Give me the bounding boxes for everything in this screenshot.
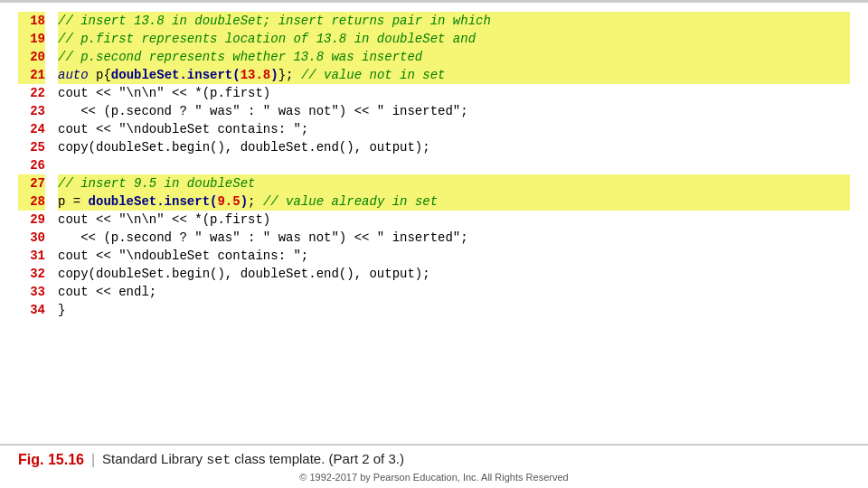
line-number: 26 xyxy=(18,156,45,174)
line-number: 20 xyxy=(18,48,45,66)
line-number: 24 xyxy=(18,120,45,138)
line-number: 29 xyxy=(18,211,45,229)
caption-text: Standard Library set class template. (Pa… xyxy=(102,451,404,468)
caption-text-before: Standard Library xyxy=(102,451,206,466)
caption-text-after: class template. (Part 2 of 3.) xyxy=(231,451,404,466)
line-number: 21 xyxy=(18,66,45,84)
code-line: // insert 9.5 in doubleSet xyxy=(58,174,850,192)
line-number: 25 xyxy=(18,138,45,156)
line-number: 30 xyxy=(18,229,45,247)
code-line: auto p{doubleSet.insert(13.8)}; // value… xyxy=(58,66,850,84)
code-line: // p.first represents location of 13.8 i… xyxy=(58,30,850,48)
code-area: 1819202122232425262728293031323334 // in… xyxy=(0,3,868,442)
line-number: 33 xyxy=(18,283,45,301)
code-line: cout << endl; xyxy=(58,283,850,301)
line-number: 34 xyxy=(18,301,45,319)
line-number: 19 xyxy=(18,30,45,48)
code-line: // insert 13.8 in doubleSet; insert retu… xyxy=(58,12,850,30)
line-number: 28 xyxy=(18,192,45,211)
fig-label: Fig. 15.16 xyxy=(18,452,84,468)
line-number: 27 xyxy=(18,174,45,192)
line-number: 23 xyxy=(18,102,45,120)
code-line: p = doubleSet.insert(9.5); // value alre… xyxy=(58,192,850,211)
code-line: << (p.second ? " was" : " was not") << "… xyxy=(58,102,850,120)
code-lines: // insert 13.8 in doubleSet; insert retu… xyxy=(58,12,850,436)
code-line: cout << "\ndoubleSet contains: "; xyxy=(58,120,850,138)
code-line: // p.second represents whether 13.8 was … xyxy=(58,48,850,66)
code-line: cout << "\n\n" << *(p.first) xyxy=(58,84,850,102)
caption-area: Fig. 15.16 | Standard Library set class … xyxy=(0,446,868,472)
line-number: 32 xyxy=(18,265,45,283)
line-numbers: 1819202122232425262728293031323334 xyxy=(18,12,51,436)
copyright: © 1992-2017 by Pearson Education, Inc. A… xyxy=(0,472,868,488)
line-number: 22 xyxy=(18,84,45,102)
caption-mono: set xyxy=(206,453,231,468)
line-number: 18 xyxy=(18,12,45,30)
code-line: copy(doubleSet.begin(), doubleSet.end(),… xyxy=(58,138,850,156)
code-line: cout << "\ndoubleSet contains: "; xyxy=(58,247,850,265)
code-line: << (p.second ? " was" : " was not") << "… xyxy=(58,229,850,247)
code-line: cout << "\n\n" << *(p.first) xyxy=(58,211,850,229)
code-line: copy(doubleSet.begin(), doubleSet.end(),… xyxy=(58,265,850,283)
line-number: 31 xyxy=(18,247,45,265)
code-line xyxy=(58,156,850,174)
main-container: 1819202122232425262728293031323334 // in… xyxy=(0,0,868,488)
code-line: } xyxy=(58,301,850,319)
pipe: | xyxy=(91,452,95,468)
